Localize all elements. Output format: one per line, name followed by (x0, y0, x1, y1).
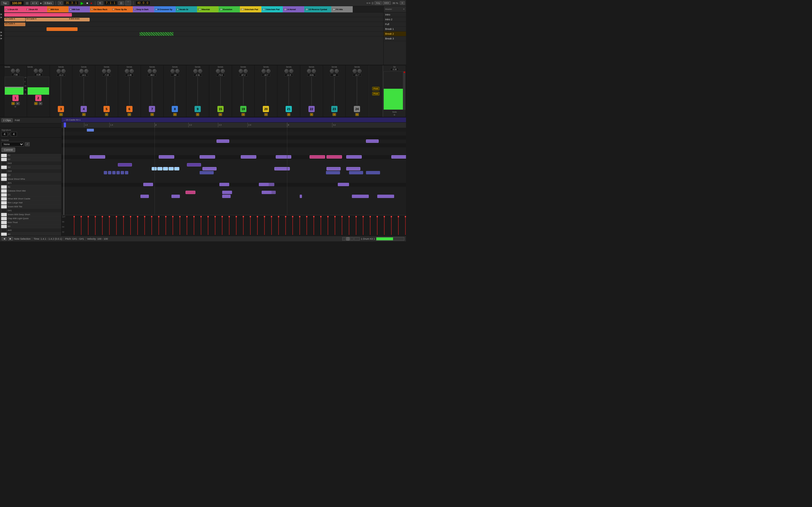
post-button-1[interactable]: Post (372, 87, 379, 91)
track-header-6[interactable]: 6 Three Op Ba (111, 6, 133, 12)
track-header-9[interactable]: 9 Vocals Gr (175, 6, 197, 12)
solo-3[interactable]: S (59, 113, 63, 116)
note-kick-4[interactable] (300, 194, 302, 198)
note-g1-2[interactable] (274, 167, 290, 170)
mini-btn-3[interactable] (350, 237, 354, 240)
solo-20[interactable]: S (264, 113, 268, 116)
piano-key-vocal[interactable] (1, 177, 7, 181)
note-d2-1[interactable] (216, 139, 229, 143)
solo-9[interactable]: S (196, 113, 200, 116)
note-as1-5[interactable] (276, 155, 291, 159)
note-row-c2[interactable]: C2 (0, 173, 61, 177)
loop-end-display[interactable]: 7 . 1 . 1 (104, 1, 117, 5)
solo-23[interactable]: S (333, 113, 336, 116)
note-row-ds2[interactable]: D#2 (0, 161, 61, 165)
punch-button[interactable]: ⌒ (125, 1, 131, 5)
track-header-15[interactable]: 15 Wavetab (197, 6, 218, 12)
master-vol-display[interactable]: 40 . 0 . 0 (135, 1, 150, 5)
note-g1-sel-2[interactable] (157, 167, 162, 170)
play-button[interactable]: ▶ (80, 1, 85, 5)
mini-btn-4[interactable] (354, 237, 360, 240)
note-as1-6-pink[interactable] (310, 155, 325, 159)
mini-btn-1[interactable] (342, 237, 346, 240)
piano-key-d2[interactable] (1, 166, 7, 169)
track-header-19[interactable]: 19 Evolution (218, 6, 240, 12)
note-row-ds1[interactable]: D#1 (0, 209, 61, 213)
note-hh-3[interactable] (112, 171, 116, 174)
note-ds1-1[interactable] (143, 183, 153, 186)
clip-3-a[interactable]: 16-Castle K (4, 22, 26, 26)
track-fold-icon-23[interactable]: ▶ (0, 37, 4, 40)
piano-key-snare808[interactable] (1, 205, 7, 209)
note-row-cabasa[interactable]: Cabasa Short Mid (0, 189, 61, 193)
knob-3b[interactable] (61, 69, 65, 73)
note-row-kick[interactable]: Kick Thud (0, 221, 61, 224)
piano-roll-ruler[interactable]: 1.3 1.4 2 2.2 2.3 2.4 3 3.2 (61, 122, 406, 128)
clip-2-a[interactable]: 16-Castle K (26, 18, 71, 21)
arr-full[interactable]: Full (384, 22, 406, 27)
arr-break1[interactable]: Break 1 (384, 27, 406, 32)
note-as1-2[interactable] (159, 155, 174, 159)
solo-6[interactable]: S (128, 113, 131, 116)
note-kick-2[interactable] (171, 194, 180, 198)
ch-num-9[interactable]: 9 (195, 106, 201, 112)
arr-intro1[interactable]: Intro (384, 12, 406, 17)
note-row-as1[interactable]: A#1 (0, 181, 61, 185)
note-row-d2[interactable]: D2 (0, 165, 61, 169)
send-knob-2a[interactable] (34, 69, 38, 73)
piano-key-hihat[interactable] (1, 197, 7, 201)
knob-24[interactable] (353, 69, 357, 73)
track-header-2[interactable]: 2 Drum Kit (26, 6, 47, 12)
ch-num-8[interactable]: 8 (172, 106, 178, 112)
piano-key-cs2[interactable] (1, 170, 7, 173)
note-clap-1[interactable] (186, 191, 195, 194)
note-grid[interactable] (61, 128, 406, 215)
note-row-g1[interactable]: G1 (0, 193, 61, 197)
loop-button[interactable]: ⟲ (97, 1, 103, 5)
knob-5b[interactable] (107, 69, 111, 73)
clip-2-b[interactable]: 8-808 Aristo (68, 18, 90, 21)
piano-key-g1[interactable] (1, 193, 7, 196)
track-header-4[interactable]: 4 808 Sub (68, 6, 90, 12)
note-cabasa-2[interactable] (187, 163, 201, 166)
track-header-22[interactable]: 22 A Hornet (283, 6, 304, 12)
arr-break2[interactable]: Break 2 (384, 32, 406, 36)
note-as1-9[interactable] (391, 155, 406, 159)
solo-8[interactable]: S (173, 113, 177, 116)
track-header-24[interactable]: 24 FX Hits (331, 6, 353, 12)
note-cabasa-1[interactable] (118, 163, 132, 166)
knob-20[interactable] (262, 69, 266, 73)
piano-key-ds1[interactable] (1, 209, 7, 212)
knob-15b[interactable] (221, 69, 225, 73)
track-fold-icon-21[interactable]: ▶ (0, 34, 4, 37)
knob-5[interactable] (102, 69, 106, 73)
note-hh-5[interactable] (121, 171, 124, 174)
track-fold-icon-1[interactable]: ▶ (0, 13, 4, 15)
position-display[interactable]: 35 . 3 . 1 (64, 1, 79, 5)
note-row-b0[interactable]: B0 (0, 224, 61, 228)
piano-key-a1[interactable] (1, 185, 7, 189)
track-header-20[interactable]: 20 Sidechain Pad (240, 6, 261, 12)
solo-24[interactable]: S (355, 113, 359, 116)
piano-key-b0[interactable] (1, 225, 7, 228)
ch-num-5[interactable]: 5 (103, 106, 110, 112)
knob-8[interactable] (170, 69, 174, 73)
note-row-e2[interactable]: E2 (0, 158, 61, 161)
note-clap-2[interactable] (222, 191, 232, 194)
solo-btn-2[interactable]: S (34, 102, 38, 105)
note-as1-7-pink[interactable] (326, 155, 342, 159)
note-row-snare808[interactable]: Snare 808 Tite (0, 205, 61, 209)
send-knob-1b[interactable] (16, 69, 20, 73)
piano-key-as1[interactable] (1, 181, 7, 185)
note-hh-10[interactable] (366, 171, 380, 174)
fader-handle-1[interactable] (5, 87, 23, 88)
send-knob-1a[interactable] (11, 69, 15, 73)
velocity-bars[interactable]: .vstem { stroke: #cc2222; stroke-width: … (66, 215, 406, 235)
note-row-a1[interactable]: A1 (0, 185, 61, 189)
mute-btn-1[interactable]: M (16, 102, 20, 105)
solo-22[interactable]: S (310, 113, 313, 116)
groove-dropdown[interactable]: None (1, 142, 24, 147)
note-ds1-4[interactable] (264, 183, 274, 186)
sig-numerator[interactable]: 4 (1, 132, 8, 136)
loop-mode-button[interactable]: ⊡ (118, 1, 124, 5)
